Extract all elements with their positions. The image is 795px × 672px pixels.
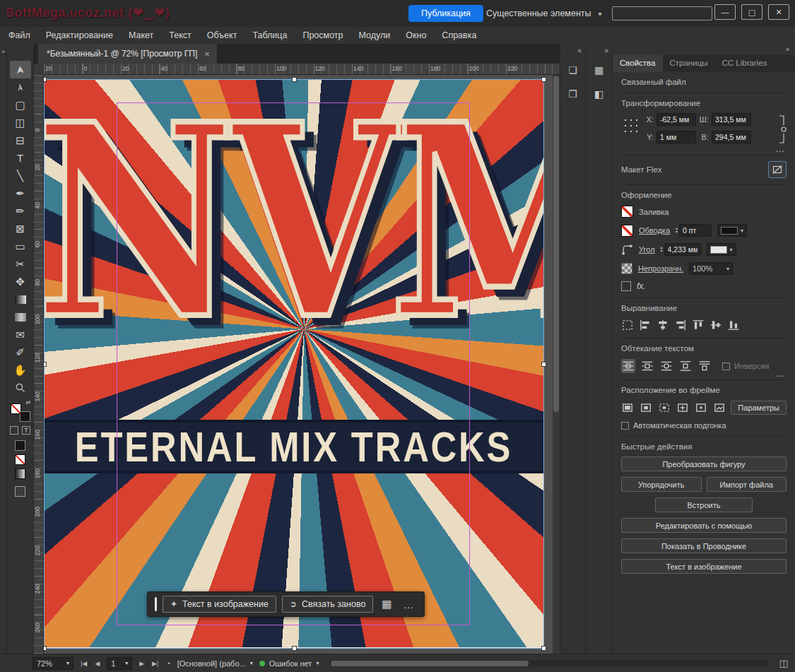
- apply-color-button[interactable]: [15, 440, 25, 451]
- type-tool[interactable]: T: [10, 149, 31, 167]
- expand-panel-icon[interactable]: »: [785, 45, 789, 54]
- wrap-jump-to-next-column-icon[interactable]: [697, 359, 712, 373]
- hand-tool[interactable]: ✋: [10, 361, 31, 379]
- align-center-vertical-icon[interactable]: [709, 319, 722, 331]
- menu-item[interactable]: Справка: [442, 30, 476, 40]
- fx-link[interactable]: fx.: [637, 281, 646, 291]
- align-right-icon[interactable]: [674, 319, 687, 331]
- stroke-stepper[interactable]: ▴▾: [676, 227, 678, 234]
- screen-mode-button[interactable]: [15, 486, 25, 497]
- link-dimensions-icon[interactable]: [778, 114, 787, 144]
- collapse-left-icon[interactable]: «: [577, 47, 582, 54]
- placed-image[interactable]: NVM ETERNAL MIX TRACKS: [44, 79, 544, 649]
- vertical-scrollbar[interactable]: [553, 75, 560, 654]
- last-page-button[interactable]: ▶|: [151, 660, 159, 667]
- reference-point-grid[interactable]: [621, 116, 638, 133]
- autofit-checkbox[interactable]: Автоматическая подгонка: [621, 421, 787, 430]
- apply-gradient-button[interactable]: [15, 468, 25, 479]
- align-center-horizontal-icon[interactable]: [656, 319, 669, 331]
- stroke-link[interactable]: Обводка: [639, 226, 670, 235]
- flex-layout-toggle[interactable]: [768, 161, 787, 178]
- context-bar-handle[interactable]: [155, 597, 157, 611]
- apply-none-button[interactable]: [15, 454, 25, 465]
- menu-item[interactable]: Окно: [406, 30, 426, 40]
- maximize-button[interactable]: ▢: [741, 4, 762, 20]
- close-button[interactable]: ✕: [768, 4, 789, 20]
- eyedropper-tool[interactable]: ✐: [10, 343, 31, 361]
- menu-item[interactable]: Редактирование: [46, 30, 113, 40]
- formatting-affects-container-icon[interactable]: [10, 426, 18, 435]
- zoom-level-dropdown[interactable]: 72% ▾: [33, 657, 73, 670]
- fill-stroke-swatches[interactable]: ⇄: [11, 403, 30, 422]
- rectangle-frame-tool[interactable]: ⊠: [10, 220, 31, 237]
- previous-page-button[interactable]: ◀: [94, 660, 100, 667]
- color-panel-icon[interactable]: ◧: [591, 86, 608, 102]
- scissors-tool[interactable]: ✂: [10, 255, 31, 273]
- corner-link[interactable]: Угол: [639, 245, 655, 254]
- selection-tool[interactable]: ➤: [10, 61, 31, 78]
- menu-item[interactable]: Модули: [359, 30, 391, 40]
- fit-content-proportionally-icon[interactable]: [640, 401, 653, 415]
- stroke-weight-input[interactable]: [679, 224, 712, 237]
- relink-button[interactable]: ➲ Связать заново: [282, 596, 373, 613]
- gradient-feather-tool[interactable]: [10, 308, 31, 326]
- embed-button[interactable]: Встроить: [655, 497, 753, 512]
- horizontal-ruler[interactable]: 20020406080100120140160180200220: [44, 64, 560, 75]
- rectangle-tool[interactable]: ▭: [10, 237, 31, 255]
- x-input[interactable]: [656, 113, 696, 126]
- line-tool[interactable]: ╲: [10, 167, 31, 184]
- collapse-left-icon[interactable]: «: [604, 47, 608, 54]
- wrap-object-shape-icon[interactable]: [659, 359, 673, 373]
- next-page-button[interactable]: ▶: [139, 660, 145, 667]
- pen-tool[interactable]: ✒: [10, 184, 31, 202]
- align-key-object-icon[interactable]: [621, 319, 634, 331]
- arrange-button[interactable]: Упорядочить: [621, 477, 702, 492]
- tab-properties[interactable]: Свойства: [613, 55, 663, 72]
- text-to-image-button[interactable]: ✦ Текст в изображение: [163, 596, 276, 613]
- workspace-switcher[interactable]: Существенные элементы ▾: [486, 8, 602, 18]
- corner-options-icon[interactable]: [621, 244, 633, 256]
- publish-button[interactable]: Публикация: [408, 5, 483, 22]
- more-options-icon[interactable]: …: [401, 597, 417, 612]
- search-input[interactable]: [612, 6, 712, 20]
- edit-with-button[interactable]: Редактировать с помощью: [621, 518, 787, 533]
- tab-cc-libraries[interactable]: CC Libraries: [715, 55, 775, 72]
- document-tab[interactable]: *Безымянный-1 @ 72% [Просмотр ГП] ×: [38, 44, 218, 64]
- tab-pages[interactable]: Страницы: [663, 55, 715, 72]
- content-aware-fit-icon[interactable]: [712, 401, 726, 415]
- preflight-status[interactable]: Ошибок нет ▾: [259, 659, 319, 668]
- direct-selection-tool[interactable]: ➢: [10, 78, 31, 96]
- pages-panel-icon[interactable]: ❏: [565, 61, 582, 78]
- menu-item[interactable]: Макет: [129, 30, 153, 40]
- split-view-icon[interactable]: ◫: [779, 658, 788, 668]
- y-input[interactable]: [656, 131, 696, 143]
- gradient-swatch-tool[interactable]: [10, 290, 31, 308]
- menu-item[interactable]: Объект: [207, 30, 237, 40]
- opacity-link[interactable]: Непрозрачн.: [638, 264, 683, 273]
- wrap-jump-object-icon[interactable]: [678, 359, 693, 373]
- formatting-affects-text-icon[interactable]: T: [22, 426, 30, 435]
- vertical-ruler[interactable]: 020406080100120140160180200220240260: [34, 75, 44, 654]
- fill-frame-proportionally-icon[interactable]: [621, 401, 635, 415]
- menu-item[interactable]: Таблица: [252, 30, 287, 40]
- align-bottom-icon[interactable]: [727, 319, 740, 331]
- wrap-none-icon[interactable]: [621, 359, 635, 373]
- fill-none-swatch[interactable]: [621, 206, 633, 218]
- pencil-tool[interactable]: ✏: [10, 202, 31, 220]
- inverse-checkbox[interactable]: Инверсия: [722, 362, 770, 370]
- opacity-dropdown[interactable]: 100% ▾: [689, 262, 733, 275]
- horizontal-scrollbar[interactable]: [329, 660, 768, 667]
- stroke-none-swatch[interactable]: [621, 225, 633, 237]
- width-input[interactable]: [712, 113, 751, 126]
- vertical-scrollbar-thumb[interactable]: [553, 76, 559, 412]
- menu-item[interactable]: Файл: [8, 30, 30, 40]
- zoom-tool[interactable]: [10, 379, 31, 396]
- stroke-color-dropdown[interactable]: ▾: [717, 224, 747, 237]
- center-content-icon[interactable]: [695, 401, 708, 415]
- left-dock-expander[interactable]: »: [0, 44, 7, 654]
- image-frame-icon[interactable]: ▦: [379, 596, 394, 612]
- content-collector-tool[interactable]: ⊟: [10, 131, 31, 149]
- first-page-button[interactable]: |◀: [80, 660, 88, 667]
- corner-shape-dropdown[interactable]: ▾: [707, 243, 736, 256]
- align-left-icon[interactable]: [639, 319, 652, 331]
